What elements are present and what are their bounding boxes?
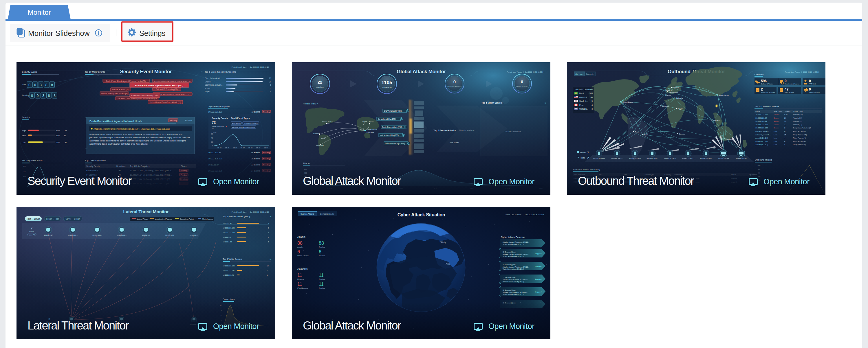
svg-text:Risky Access: Risky Access [785,92,794,93]
svg-text:Severe: Severe [774,113,779,115]
svg-text:Argentina: Argentina [316,144,324,146]
svg-text:Under-Ground Brute-Force Attac: Under-Ground Brute-Force Attack (19) [150,101,181,104]
svg-text:Tracked: Tracked [319,254,326,256]
svg-text:539: 539 [784,113,787,115]
svg-text:25: 25 [784,134,786,136]
svg-text:tftp Vulnerability (290): tftp Vulnerability (290) [378,118,396,120]
svg-text:Stealth Comms: Stealth Comms [809,92,820,93]
svg-text:0: 0 [31,94,33,98]
svg-text:mail Vulnerability (135): mail Vulnerability (135) [380,134,399,137]
svg-text:05-26: 05-26 [233,147,237,149]
svg-text:Domestic Attacks: Domestic Attacks [320,213,334,215]
svg-text:60: 60 [211,133,213,135]
svg-text:💡 Affected a total of 8 endpo: 💡 Affected a total of 8 endpoints (inclu… [91,128,170,130]
svg-text:Internal IP Scan (52): Internal IP Scan (52) [112,89,129,91]
svg-text:New Zealan: New Zealan [450,142,459,143]
svg-text:10.222.201.46: 10.222.201.46 [223,274,234,276]
svg-text:Tracked: Tracked [319,287,326,289]
svg-text:7: 7 [31,227,32,230]
svg-text:Low: Low [774,137,777,139]
svg-text:Top 5 Event Types: Top 5 Event Types [231,117,250,119]
svg-text:Botnet: Botnet [205,88,210,90]
svg-text:OS command injection (...: OS command injection (... [385,142,406,145]
svg-text:Unauthorized Access: Unauthorized Access [785,83,799,85]
svg-text:Brazil: Brazil [644,134,648,136]
svg-text:Lateral Attack: Lateral Attack [137,218,148,220]
svg-text:12: 12 [267,265,269,267]
svg-text:88: 88 [297,241,303,246]
svg-text:191: 191 [63,141,67,143]
svg-text:South K...: South K... [579,100,588,102]
svg-text:73: 73 [212,120,216,125]
svg-text:Server → Server: Server → Server [65,218,80,220]
svg-text:563: 563 [589,92,593,94]
svg-text:22 Seconds(s)Inst: 22 Seconds(s)Inst [503,277,516,278]
svg-text:Brute-Force Attack Against Int: Brute-Force Attack Against Internal Host… [90,120,142,123]
svg-text:Low: Low [774,143,777,145]
svg-text:Threats: Threats [784,110,790,112]
svg-text:Low: Low [774,130,777,132]
svg-text:11: 11 [319,273,324,278]
svg-text:4: 4 [784,137,785,139]
svg-text:22 Seconds(s)Inst: 22 Seconds(s)Inst [503,264,516,266]
svg-text:External SMB Scanning (102): External SMB Scanning (102) [131,94,159,97]
svg-text:0: 0 [521,79,523,84]
svg-text:Attacker: New Zealand IP Addr: Attacker: New Zealand IP Address: ... [503,291,530,293]
svg-text:Netherlands: Netherlands [669,92,678,93]
svg-text:5: 5 [591,100,593,102]
svg-text:91: 91 [64,135,66,137]
svg-text:10.202.1.33: 10.202.1.33 [165,234,174,236]
svg-text:Brazil: Brazil [579,92,584,94]
svg-text:4: 4 [270,91,271,93]
svg-text:Low: Low [774,140,777,142]
svg-text:Brute-Force Attack (298): Brute-Force Attack (298) [382,126,402,129]
svg-text:Victim Servers:Asset5(1.1.1.5): Victim Servers:Asset5(1.1.1.5) [503,255,524,257]
svg-text:Scanning & Surveil...: Scanning & Surveil... [205,84,222,86]
svg-text:0: 0 [809,88,811,92]
svg-text:05-24: 05-24 [217,147,221,149]
svg-text:Attacker: New Zealand IP Addr: Attacker: New Zealand IP Address: ... [503,279,530,281]
svg-text:Ecuador: Ecuador [313,133,320,135]
svg-text:Risky Access(6): Risky Access(6) [793,130,806,132]
svg-text:»: » [270,258,271,260]
svg-text:Sweden: Sweden [673,87,679,89]
svg-text:05-27: 05-27 [241,147,245,149]
svg-text:Period: Last 7 days | 2020: Period: Last 7 days | 2020-05-28 10:33:2… [785,71,819,73]
svg-text:10.222.221.100: 10.222.221.100 [755,124,768,126]
svg-text:73: 73 [212,128,214,130]
svg-text:Threat Type: Threat Type [793,110,803,112]
svg-text:10.202.201...: 10.202.201... [117,234,126,236]
svg-text:Brute-Force Attack Against Ext: Brute-Force Attack Against External Host… [106,80,146,82]
svg-text:United S...: United S... [579,96,588,98]
svg-text:dns Vulnerability (225): dns Vulnerability (225) [384,110,402,112]
svg-text:1105: 1105 [381,80,392,85]
svg-text:?: ? [757,89,758,92]
svg-text:Security Events: Security Events [212,117,227,119]
svg-text:Period: Last 7 days | Sat: Period: Last 7 days | Sat 2020-05-30 10:… [231,211,269,213]
svg-text:Severe: Severe [774,120,779,122]
svg-text:20: 20 [211,141,213,143]
svg-text:0: 0 [28,83,30,87]
svg-text:Cyber Attack Defense: Cyber Attack Defense [501,236,525,239]
svg-text:Period: Last 7 days | Sat: Period: Last 7 days | Sat 2020-05-30 15:… [231,66,269,68]
svg-text:21: 21 [269,77,272,79]
svg-text:22 Seconds(s)Inst: 22 Seconds(s)Inst [503,251,516,253]
svg-text:8: 8 [45,83,48,87]
svg-text:Victim Groups: Victim Groups [297,254,309,256]
svg-text:10.222.221.94: 10.222.221.94 [208,151,221,153]
svg-text:Tracked: Tracked [319,278,326,280]
svg-text:10.222.221.106: 10.222.221.106 [223,227,235,229]
svg-text:05-30: 05-30 [264,147,268,149]
svg-text:South Korea: South Korea [719,94,729,96]
svg-text:Brute-Force Attack: Brute-Force Attack [244,123,258,124]
svg-text:Japan: Japan [369,121,373,123]
svg-text:51%: 51% [56,141,60,143]
svg-text:22: 22 [318,79,322,84]
svg-text:Host → Server: Host → Server [27,218,40,220]
svg-text:Evasive Attacks: Evasive Attacks [448,86,461,88]
svg-text:Total Attacks: Total Attacks [382,86,392,88]
svg-text:10.222.221.94: 10.222.221.94 [755,117,767,119]
svg-text:Unauthorized Access: Unauthorized Access [155,218,172,220]
svg-text:Risky Access(4): Risky Access(4) [793,137,806,139]
svg-text:6: 6 [784,130,785,132]
